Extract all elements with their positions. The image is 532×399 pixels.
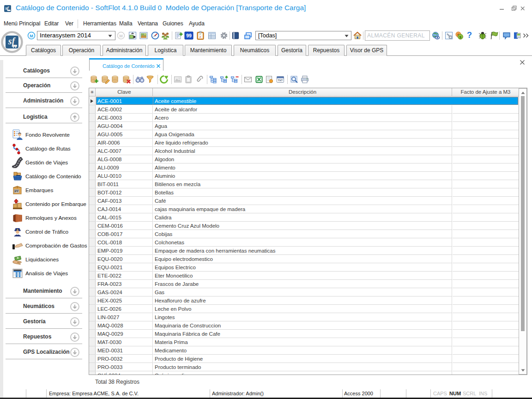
svg-text:✗: ✗ — [200, 36, 201, 38]
svg-text:TXT: TXT — [278, 79, 283, 82]
svg-text:$: $ — [459, 35, 462, 39]
svg-text:M: M — [119, 34, 123, 38]
svg-text:99: 99 — [186, 33, 192, 38]
svg-text:M: M — [30, 34, 33, 38]
